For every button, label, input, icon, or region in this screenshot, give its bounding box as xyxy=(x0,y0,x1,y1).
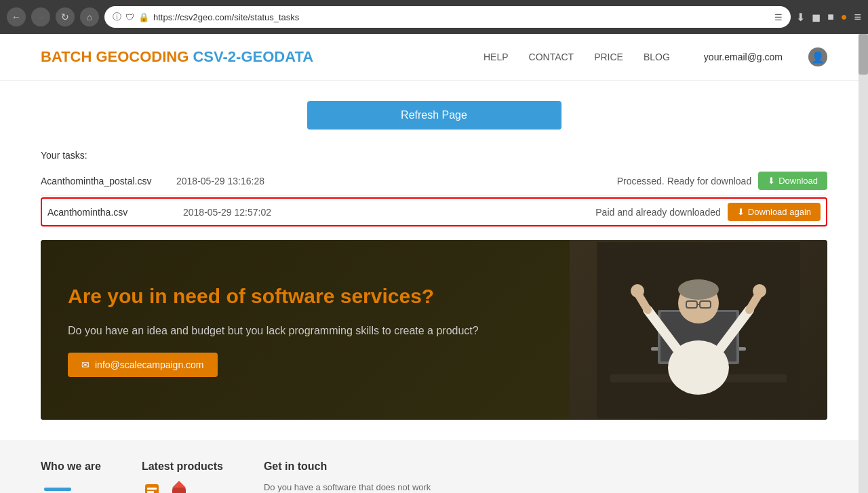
task-filename-1: Acanthomintha_postal.csv xyxy=(41,176,176,186)
user-email: your.email@g.com xyxy=(704,52,783,62)
nav-help[interactable]: HELP xyxy=(484,52,509,62)
address-bar[interactable]: ⓘ 🛡 🔒 https://csv2geo.com/site/status_ta… xyxy=(104,6,791,28)
product-icon-1 xyxy=(142,481,162,493)
svg-rect-21 xyxy=(147,488,157,490)
table-row: Acanthomintha_postal.csv 2018-05-29 13:1… xyxy=(41,166,827,196)
logo-geo: GEO xyxy=(241,48,274,65)
table-row-highlighted: Acanthomintha.csv 2018-05-29 12:57:02 Pa… xyxy=(41,197,827,226)
task-status-1: Processed. Ready for download ⬇ Download xyxy=(312,172,827,190)
svg-rect-23 xyxy=(172,488,186,493)
task-status-2: Paid and already downloaded ⬇ Download a… xyxy=(319,203,821,221)
tasks-label: Your tasks: xyxy=(41,150,827,161)
logo-dash: -2- xyxy=(223,48,241,65)
task-status-text-2: Paid and already downloaded xyxy=(595,207,720,218)
banner-left: Are you in need of software services? Do… xyxy=(41,240,570,420)
url-text: https://csv2geo.com/site/status_tasks xyxy=(153,12,770,22)
nav-contact[interactable]: CONTACT xyxy=(529,52,574,62)
footer-col-products-title: Latest products xyxy=(142,460,223,473)
refresh-btn-wrap: Refresh Page xyxy=(41,101,827,130)
scrollbar-thumb[interactable] xyxy=(859,34,868,75)
download-again-icon: ⬇ xyxy=(737,207,745,217)
home-button[interactable]: ⌂ xyxy=(80,7,99,26)
footer-col-who: Who we are xyxy=(41,460,101,493)
banner-headline: Are you in need of software services? xyxy=(68,283,542,309)
footer-col-contact: Get in touch Do you have a software that… xyxy=(264,460,431,493)
person-svg xyxy=(597,242,800,418)
refresh-page-button[interactable]: Refresh Page xyxy=(307,101,561,130)
svg-point-7 xyxy=(678,279,719,300)
footer-logo-icon xyxy=(41,481,75,493)
svg-point-16 xyxy=(753,284,766,298)
download-icon[interactable]: ⬇ xyxy=(796,11,805,24)
logo-batch: BATCH xyxy=(41,48,96,65)
download-label-1: Download xyxy=(778,176,818,186)
site-header: BATCH GEOCODING CSV-2-GEODATA HELP CONTA… xyxy=(0,34,868,81)
main-nav: HELP CONTACT PRICE BLOG your.email@g.com… xyxy=(484,47,827,66)
advertisement-banner: Are you in need of software services? Do… xyxy=(41,240,827,420)
browser-right-icons: ⬇ ◼ ■ ● ≡ xyxy=(796,10,861,24)
email-icon: ✉ xyxy=(81,359,90,370)
task-filename-2: Acanthomintha.csv xyxy=(47,207,183,218)
refresh-browser-button[interactable]: ↻ xyxy=(56,7,75,26)
footer-col-contact-text: Do you have a software that does not wor… xyxy=(264,481,431,493)
banner-subtext: Do you have an idea and budget but you l… xyxy=(68,323,542,339)
firefox-icon[interactable]: ● xyxy=(841,11,848,23)
footer-col-who-title: Who we are xyxy=(41,460,101,473)
svg-marker-24 xyxy=(172,481,186,488)
menu-icon[interactable]: ≡ xyxy=(854,10,861,24)
footer-col-products: Latest products xyxy=(142,460,223,493)
page-body: Refresh Page Your tasks: Acanthomintha_p… xyxy=(0,81,868,440)
svg-point-15 xyxy=(631,284,644,298)
task-date-1: 2018-05-29 13:16:28 xyxy=(176,176,312,186)
site-footer: Who we are Latest products xyxy=(0,440,868,493)
svg-rect-17 xyxy=(44,488,71,491)
product-icon-2 xyxy=(169,481,189,493)
sidebar-icon[interactable]: ■ xyxy=(827,11,834,23)
task-status-text-1: Processed. Ready for download xyxy=(617,176,751,186)
browser-chrome: ← → ↻ ⌂ ⓘ 🛡 🔒 https://csv2geo.com/site/s… xyxy=(0,0,868,34)
footer-columns: Who we are Latest products xyxy=(41,460,827,493)
download-again-button[interactable]: ⬇ Download again xyxy=(728,203,821,221)
back-button[interactable]: ← xyxy=(7,7,26,26)
logo-data: DATA xyxy=(274,48,313,65)
banner-email-button[interactable]: ✉ info@scalecampaign.com xyxy=(68,353,218,377)
bookmarks-icon[interactable]: ◼ xyxy=(812,11,821,24)
banner-email-label: info@scalecampaign.com xyxy=(95,359,204,370)
banner-right-image xyxy=(570,240,827,420)
scrollbar[interactable] xyxy=(859,34,868,493)
site-logo: BATCH GEOCODING CSV-2-GEODATA xyxy=(41,48,484,66)
user-account-icon[interactable]: 👤 xyxy=(808,47,827,66)
footer-col-contact-title: Get in touch xyxy=(264,460,431,473)
forward-button[interactable]: → xyxy=(31,7,50,26)
task-date-2: 2018-05-29 12:57:02 xyxy=(183,207,319,218)
download-button-1[interactable]: ⬇ Download xyxy=(758,172,827,190)
nav-price[interactable]: PRICE xyxy=(594,52,623,62)
logo-csv: CSV xyxy=(193,48,222,65)
logo-geocoding: GEOCODING xyxy=(96,48,193,65)
download-icon-1: ⬇ xyxy=(768,176,775,186)
nav-blog[interactable]: BLOG xyxy=(644,52,670,62)
download-again-label: Download again xyxy=(748,207,811,217)
